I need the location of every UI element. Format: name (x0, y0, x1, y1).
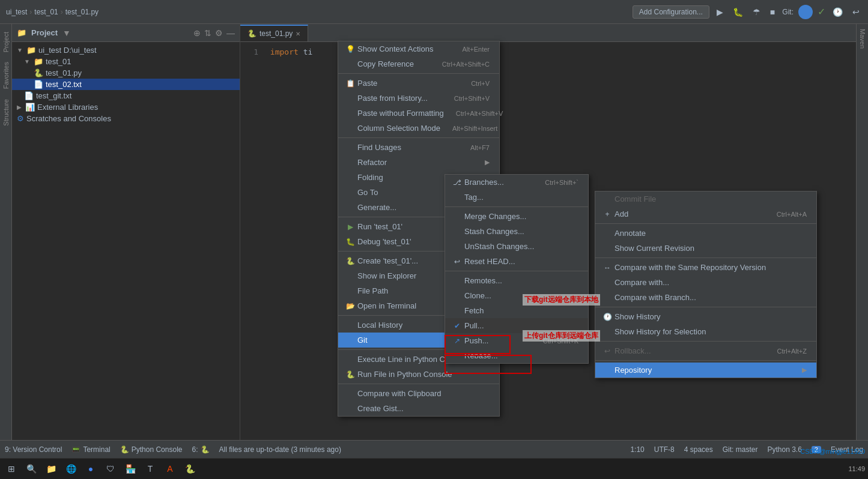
coverage-icon[interactable]: ☂ (750, 6, 763, 18)
debug-icon[interactable]: 🐛 (730, 6, 745, 18)
right-tab-item[interactable]: Maven (858, 24, 867, 53)
breadcrumb-item-3[interactable]: test_01.py (65, 8, 99, 16)
encoding-label[interactable]: UTF-8 (654, 445, 675, 454)
taskbar-search[interactable]: 🔍 (23, 460, 40, 477)
undo-icon[interactable]: ↩ (850, 6, 862, 18)
menu-item-show-history-selection[interactable]: Show History for Selection (595, 324, 816, 339)
taskbar-start[interactable]: ⊞ (3, 460, 20, 477)
tree-item-scratches[interactable]: ⚙ Scratches and Consoles (12, 113, 240, 124)
menu-item-create-gist[interactable]: Create Gist... (338, 401, 499, 416)
status-python-console[interactable]: 🐍 Python Console (120, 445, 183, 454)
status-num6[interactable]: 6: 🐍 (192, 445, 209, 454)
panel-header: 📁 Project ▼ ⊕ ⇅ ⚙ — (12, 24, 240, 42)
menu-item-compare-same-repo[interactable]: ↔ Compare with the Same Repository Versi… (595, 260, 816, 275)
shortcut-show-context-actions: Alt+Enter (462, 46, 490, 53)
tree-item-root[interactable]: ▼ 📁 ui_test D:\ui_test (12, 44, 240, 56)
breadcrumb-item-2[interactable]: test_01 (34, 8, 58, 16)
history-icon[interactable]: 🕐 (830, 6, 845, 18)
tree-item-test01[interactable]: ▼ 📁 test_01 (12, 56, 240, 67)
menu-label-find-usages: Find Usages (357, 143, 401, 152)
panel-dropdown-icon[interactable]: ▼ (62, 28, 71, 38)
add-configuration-button[interactable]: Add Configuration... (633, 5, 709, 19)
menu-item-merge-changes[interactable]: Merge Changes... (445, 209, 588, 224)
menu-item-reset-head[interactable]: ↩ Reset HEAD... (445, 254, 588, 269)
title-bar-actions: Add Configuration... ▶ 🐛 ☂ ■ Git: ✓ 🕐 ↩ (633, 5, 862, 19)
taskbar-files[interactable]: 📁 (43, 460, 59, 477)
menu-sep-1 (338, 73, 499, 74)
menu-item-add[interactable]: + Add Ctrl+Alt+A (595, 206, 816, 221)
taskbar-app1[interactable]: T (142, 460, 159, 477)
menu-item-paste[interactable]: 📋 Paste Ctrl+V (338, 76, 499, 91)
menu-item-stash[interactable]: Stash Changes... (445, 224, 588, 239)
menu-item-paste-no-format[interactable]: Paste without Formatting Ctrl+Alt+Shift+… (338, 106, 499, 121)
menu-item-branches[interactable]: ⎇ Branches... Ctrl+Shift+` (445, 175, 588, 190)
menu-item-column-selection[interactable]: Column Selection Mode Alt+Shift+Insert (338, 121, 499, 136)
status-terminal[interactable]: 📟 Terminal (71, 445, 110, 454)
status-version-control[interactable]: 9: Version Control (5, 445, 62, 454)
menu-item-compare-clipboard[interactable]: Compare with Clipboard (338, 386, 499, 401)
menu-item-tag[interactable]: Tag... (445, 190, 588, 205)
menu-label-stash: Stash Changes... (464, 227, 524, 236)
menu-item-unstash[interactable]: UnStash Changes... (445, 239, 588, 254)
menu-item-show-history[interactable]: 🕐 Show History (595, 309, 816, 324)
menu-item-show-current-revision[interactable]: Show Current Revision (595, 241, 816, 256)
tree-label-test01py: test_01.py (46, 68, 82, 77)
branches-icon: ⎇ (452, 178, 462, 187)
indent-label[interactable]: 4 spaces (684, 445, 713, 454)
menu-item-find-usages[interactable]: Find Usages Alt+F7 (338, 140, 499, 155)
tree-item-testgit[interactable]: 📄 test_git.txt (12, 90, 240, 101)
num6-label: 6: (192, 445, 198, 454)
taskbar-edge[interactable]: 🌐 (62, 460, 79, 477)
menu-item-annotate[interactable]: Annotate (595, 226, 816, 241)
tree-item-test02txt[interactable]: 📄 test_02.txt (12, 79, 240, 90)
tab-label: test_01.py (259, 29, 293, 38)
git-check-icon: ✓ (818, 6, 825, 17)
menu-label-repository: Repository (615, 366, 652, 375)
menu-item-compare-with[interactable]: Compare with... (595, 275, 816, 290)
taskbar-pycharm[interactable]: 🐍 (181, 460, 198, 477)
tree-item-external[interactable]: ▶ 📊 External Libraries (12, 101, 240, 113)
left-tab-structure[interactable]: Structure (1, 94, 11, 131)
editor-tab-test01py[interactable]: 🐍 test_01.py ✕ (240, 25, 308, 41)
python-version-label[interactable]: Python 3.6 (767, 445, 801, 454)
menu-item-rebase[interactable]: Rebase... (445, 348, 588, 363)
menu-label-fetch: Fetch (464, 306, 484, 315)
stop-icon[interactable]: ■ (768, 6, 777, 18)
code-line-1: 1 import ti (240, 47, 856, 57)
menu-label-show-history-selection: Show History for Selection (615, 327, 706, 336)
menu-label-add: Add (615, 209, 628, 218)
menu-item-remotes[interactable]: Remotes... (445, 273, 588, 288)
tab-close-icon[interactable]: ✕ (296, 31, 300, 37)
menu-item-run-file[interactable]: 🐍 Run File in Python Console (338, 367, 499, 382)
menu-item-copy-reference[interactable]: Copy Reference Ctrl+Alt+Shift+C (338, 56, 499, 71)
cursor-position[interactable]: 1:10 (630, 445, 644, 454)
left-tab-favorites[interactable]: Favorites (1, 57, 11, 94)
left-tab-project[interactable]: Project (1, 27, 11, 57)
menu-label-branches: Branches... (464, 178, 504, 187)
taskbar-acrobat[interactable]: A (162, 460, 178, 477)
menu-label-column-selection: Column Selection Mode (357, 124, 440, 133)
taskbar-time: 11:49 (848, 465, 865, 472)
menu-item-compare-branch[interactable]: Compare with Branch... (595, 290, 816, 305)
run-icon[interactable]: ▶ (714, 6, 726, 18)
tree-item-test01py[interactable]: 🐍 test_01.py (12, 67, 240, 79)
taskbar-security[interactable]: 🛡 (102, 460, 119, 477)
git-branch-label[interactable]: Git: master (723, 445, 758, 454)
shortcut-paste-history: Ctrl+Shift+V (454, 95, 490, 102)
menu-item-show-context-actions[interactable]: 💡 Show Context Actions Alt+Enter (338, 41, 499, 56)
context-menu-git-right: Commit File + Add Ctrl+Alt+A Annotate Sh… (595, 191, 817, 378)
panel-sort-icon[interactable]: ⇅ (204, 28, 211, 38)
menu-item-paste-history[interactable]: Paste from History... Ctrl+Shift+V (338, 91, 499, 106)
panel-close-icon[interactable]: — (226, 28, 235, 38)
left-tabs: Project Favorites Structure (0, 24, 12, 461)
taskbar-chrome[interactable]: ● (82, 460, 99, 477)
panel-settings-icon[interactable]: ⚙ (215, 28, 223, 38)
breadcrumb-item-1[interactable]: ui_test (6, 8, 27, 16)
taskbar-store[interactable]: 🏪 (122, 460, 139, 477)
tree-label-test02txt: test_02.txt (46, 80, 82, 89)
git-avatar (798, 5, 813, 19)
menu-item-repository[interactable]: Repository ▶ (595, 363, 816, 378)
menu-item-refactor[interactable]: Refactor ▶ (338, 155, 499, 170)
panel-sync-icon[interactable]: ⊕ (193, 28, 201, 38)
shortcut-rollback: Ctrl+Alt+Z (777, 348, 807, 355)
